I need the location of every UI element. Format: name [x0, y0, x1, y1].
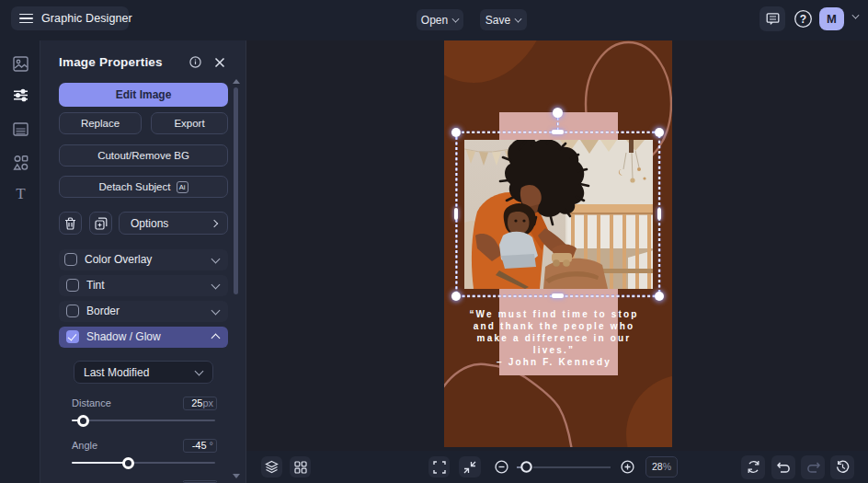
svg-text:?: ? [800, 13, 806, 26]
